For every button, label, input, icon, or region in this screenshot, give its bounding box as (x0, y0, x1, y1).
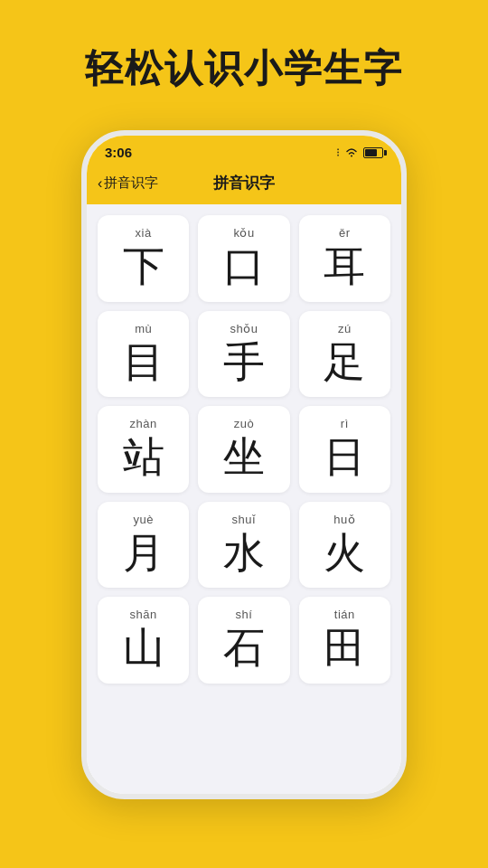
hanzi-character: 山 (123, 625, 164, 671)
char-card[interactable]: shān山 (98, 597, 189, 684)
hanzi-character: 耳 (324, 243, 365, 289)
pinyin-label: kǒu (233, 226, 254, 240)
char-card[interactable]: shuǐ水 (198, 502, 289, 589)
pinyin-label: ěr (339, 226, 351, 240)
char-card[interactable]: huǒ火 (299, 502, 390, 589)
pinyin-label: huǒ (333, 513, 355, 526)
chevron-left-icon: ‹ (98, 175, 102, 192)
pinyin-label: zuò (234, 417, 254, 430)
pinyin-label: shǒu (230, 322, 258, 335)
char-card[interactable]: zú足 (299, 311, 390, 398)
pinyin-label: mù (135, 322, 152, 335)
hanzi-character: 足 (324, 339, 365, 385)
char-card[interactable]: kǒu口 (198, 215, 289, 302)
back-button[interactable]: ‹ 拼音识字 (98, 175, 158, 192)
back-label[interactable]: 拼音识字 (104, 175, 158, 192)
hanzi-character: 手 (223, 339, 265, 385)
hanzi-character: 目 (123, 339, 164, 385)
pinyin-label: yuè (133, 513, 153, 526)
wifi-icon: ⁝ (336, 146, 340, 159)
character-grid: xià下kǒu口ěr耳mù目shǒu手zú足zhàn站zuò坐rì日yuè月sh… (98, 215, 390, 684)
pinyin-label: rì (341, 417, 349, 430)
page-headline: 轻松认识小学生字 (85, 43, 403, 94)
char-card[interactable]: shǒu手 (198, 311, 289, 398)
hanzi-character: 下 (123, 243, 164, 289)
char-card[interactable]: tián田 (299, 597, 390, 684)
nav-title: 拼音识字 (213, 173, 275, 193)
hanzi-character: 日 (324, 434, 365, 480)
pinyin-label: shuǐ (232, 513, 257, 526)
pinyin-label: zhàn (130, 417, 157, 430)
status-time: 3:06 (105, 145, 132, 160)
battery-icon (363, 147, 383, 158)
char-card[interactable]: shí石 (198, 597, 289, 684)
status-bar: 3:06 ⁝ (87, 136, 401, 165)
hanzi-character: 口 (223, 243, 265, 289)
char-card[interactable]: xià下 (98, 215, 189, 302)
nav-bar: ‹ 拼音识字 拼音识字 (87, 165, 401, 204)
char-card[interactable]: rì日 (299, 406, 390, 493)
status-icons: ⁝ (336, 146, 383, 159)
hanzi-character: 站 (123, 434, 164, 480)
pinyin-label: xià (136, 226, 152, 240)
content-area: xià下kǒu口ěr耳mù目shǒu手zú足zhàn站zuò坐rì日yuè月sh… (87, 204, 401, 794)
hanzi-character: 石 (223, 625, 265, 671)
phone-frame: 3:06 ⁝ ‹ 拼音识字 拼音识字 xià下kǒu口ěr耳mù目shǒu手zú… (81, 130, 407, 799)
wifi-signal-icon (344, 147, 359, 158)
char-card[interactable]: zhàn站 (98, 406, 189, 493)
char-card[interactable]: ěr耳 (299, 215, 390, 302)
pinyin-label: shí (236, 608, 253, 621)
hanzi-character: 水 (223, 530, 265, 576)
char-card[interactable]: yuè月 (98, 502, 189, 589)
hanzi-character: 月 (123, 530, 164, 576)
char-card[interactable]: zuò坐 (198, 406, 289, 493)
hanzi-character: 火 (324, 530, 365, 576)
char-card[interactable]: mù目 (98, 311, 189, 398)
pinyin-label: shān (130, 608, 157, 621)
pinyin-label: zú (338, 322, 352, 335)
pinyin-label: tián (334, 608, 355, 621)
hanzi-character: 坐 (223, 434, 265, 480)
hanzi-character: 田 (324, 625, 365, 671)
